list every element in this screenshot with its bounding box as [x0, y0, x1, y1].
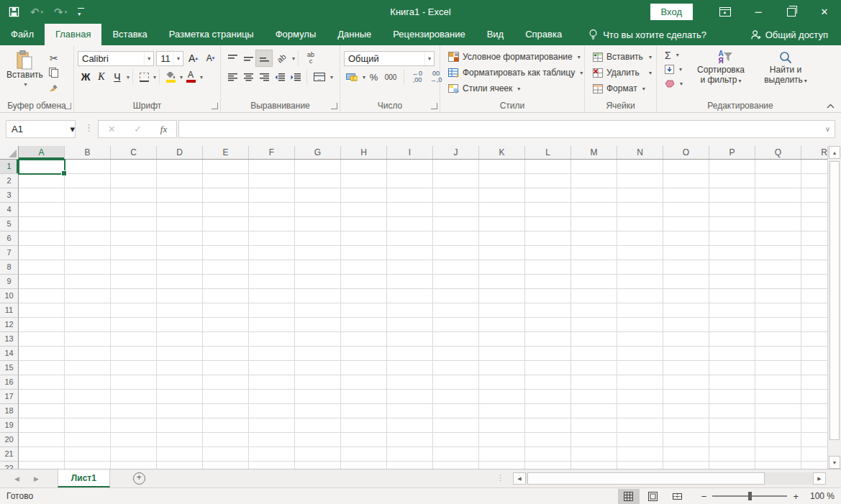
cell-F22[interactable] [249, 462, 295, 469]
find-select-button[interactable]: Найти и выделить▾ [753, 49, 818, 90]
cell-F18[interactable] [249, 404, 295, 418]
cell-F14[interactable] [249, 347, 295, 361]
cell-M22[interactable] [571, 462, 617, 469]
cell-C15[interactable] [111, 361, 157, 375]
cell-L21[interactable] [525, 447, 571, 462]
cell-C17[interactable] [111, 390, 157, 404]
cell-N7[interactable] [617, 246, 663, 260]
cell-D9[interactable] [157, 275, 203, 289]
cell-K4[interactable] [479, 203, 525, 217]
cell-E11[interactable] [203, 303, 249, 318]
cell-B15[interactable] [65, 361, 111, 375]
cell-P12[interactable] [709, 318, 755, 332]
cell-G13[interactable] [295, 332, 341, 347]
cell-C16[interactable] [111, 375, 157, 390]
cell-A7[interactable] [19, 246, 65, 260]
row-header-13[interactable]: 13 [0, 332, 19, 347]
cell-C14[interactable] [111, 347, 157, 361]
cell-E7[interactable] [203, 246, 249, 260]
cell-R3[interactable] [801, 188, 827, 203]
cell-O11[interactable] [663, 303, 709, 318]
cell-L9[interactable] [525, 275, 571, 289]
orientation-dropdown-arrow[interactable]: ▾ [292, 55, 295, 62]
row-header-21[interactable]: 21 [0, 447, 19, 462]
cell-C11[interactable] [111, 303, 157, 318]
cell-N10[interactable] [617, 289, 663, 303]
column-header-Q[interactable]: Q [755, 146, 801, 159]
cell-J14[interactable] [433, 347, 479, 361]
underline-button[interactable]: Ч [109, 69, 125, 85]
cell-G12[interactable] [295, 318, 341, 332]
cell-K18[interactable] [479, 404, 525, 418]
cell-P16[interactable] [709, 375, 755, 390]
cell-F21[interactable] [249, 447, 295, 462]
cell-Q21[interactable] [755, 447, 801, 462]
cell-E3[interactable] [203, 188, 249, 203]
cell-K2[interactable] [479, 174, 525, 188]
cell-E17[interactable] [203, 390, 249, 404]
row-header-11[interactable]: 11 [0, 303, 19, 318]
cell-B3[interactable] [65, 188, 111, 203]
cell-K1[interactable] [479, 160, 525, 174]
cell-A11[interactable] [19, 303, 65, 318]
cell-H9[interactable] [341, 275, 387, 289]
row-header-5[interactable]: 5 [0, 217, 19, 232]
cell-M2[interactable] [571, 174, 617, 188]
borders-dropdown-arrow[interactable]: ▾ [153, 74, 156, 81]
cell-H13[interactable] [341, 332, 387, 347]
accounting-dropdown-arrow[interactable]: ▾ [363, 74, 365, 81]
cell-E10[interactable] [203, 289, 249, 303]
row-header-1[interactable]: 1 [0, 160, 19, 174]
cell-K5[interactable] [479, 217, 525, 232]
row-header-8[interactable]: 8 [0, 260, 19, 275]
cell-K16[interactable] [479, 375, 525, 390]
cell-I7[interactable] [387, 246, 433, 260]
cell-I22[interactable] [387, 462, 433, 469]
insert-cells-button[interactable]: Вставить ▾ [591, 49, 654, 65]
cell-O14[interactable] [663, 347, 709, 361]
cell-A14[interactable] [19, 347, 65, 361]
cell-A15[interactable] [19, 361, 65, 375]
cell-Q22[interactable] [755, 462, 801, 469]
cell-R18[interactable] [801, 404, 827, 418]
cell-K8[interactable] [479, 260, 525, 275]
merge-center-button[interactable]: ↔ [310, 69, 329, 85]
font-color-dropdown-arrow[interactable]: ▾ [200, 74, 203, 81]
number-format-combo[interactable]: Общий ▾ [344, 51, 435, 66]
name-box-dropdown-arrow[interactable]: ▾ [70, 124, 75, 134]
insert-function-button[interactable]: fx [160, 124, 167, 135]
cell-M11[interactable] [571, 303, 617, 318]
font-size-combo[interactable]: 11 ▾ [156, 51, 183, 66]
cell-N22[interactable] [617, 462, 663, 469]
merge-dropdown-arrow[interactable]: ▾ [330, 74, 333, 81]
cell-A10[interactable] [19, 289, 65, 303]
cell-A16[interactable] [19, 375, 65, 390]
column-header-H[interactable]: H [341, 146, 387, 159]
next-sheet-button[interactable]: ▶ [34, 475, 39, 482]
confirm-entry-button[interactable]: ✓ [134, 124, 142, 134]
cell-D7[interactable] [157, 246, 203, 260]
cell-Q19[interactable] [755, 418, 801, 433]
cell-R10[interactable] [801, 289, 827, 303]
tab-1[interactable]: Главная [45, 24, 101, 45]
cell-F6[interactable] [249, 232, 295, 246]
cell-Q10[interactable] [755, 289, 801, 303]
cell-H11[interactable] [341, 303, 387, 318]
cell-H4[interactable] [341, 203, 387, 217]
cell-N3[interactable] [617, 188, 663, 203]
cell-N21[interactable] [617, 447, 663, 462]
cell-A13[interactable] [19, 332, 65, 347]
cell-A8[interactable] [19, 260, 65, 275]
cell-K20[interactable] [479, 433, 525, 447]
cell-P21[interactable] [709, 447, 755, 462]
cell-I4[interactable] [387, 203, 433, 217]
cell-G2[interactable] [295, 174, 341, 188]
cell-F11[interactable] [249, 303, 295, 318]
cell-R5[interactable] [801, 217, 827, 232]
cell-H10[interactable] [341, 289, 387, 303]
cell-E5[interactable] [203, 217, 249, 232]
cell-E21[interactable] [203, 447, 249, 462]
cell-K22[interactable] [479, 462, 525, 469]
cell-H18[interactable] [341, 404, 387, 418]
tab-7[interactable]: Вид [476, 24, 515, 45]
